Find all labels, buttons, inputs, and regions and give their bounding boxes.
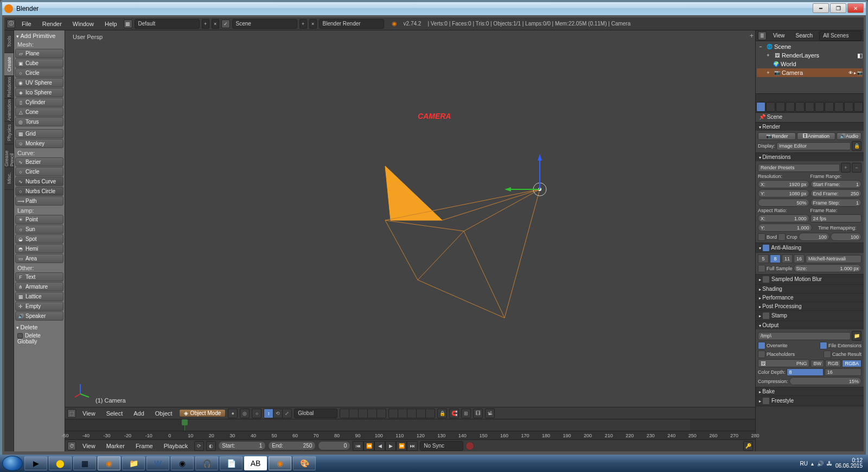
vtab-animation[interactable]: Animation bbox=[4, 99, 14, 122]
aspect-y[interactable]: Y:1.000 bbox=[758, 224, 812, 232]
end-frame[interactable]: End:250 bbox=[268, 441, 316, 450]
display-dropdown[interactable]: Image Editor bbox=[776, 142, 851, 150]
clock[interactable]: 0:12 06.06.2015 bbox=[835, 458, 863, 469]
taskbar-blender[interactable]: ◉ bbox=[98, 456, 120, 470]
tray-network-icon[interactable]: 🖧 bbox=[827, 461, 832, 467]
add-plane[interactable]: ▱Plane bbox=[15, 49, 63, 58]
tree-world[interactable]: 🌍World bbox=[757, 60, 863, 68]
timeline-scrub[interactable]: -50-40-30-20-100102030405060708090100110… bbox=[65, 419, 755, 439]
output-path[interactable]: /tmp\ bbox=[758, 332, 851, 340]
res-y[interactable]: Y:1080 px bbox=[758, 189, 809, 197]
taskbar-chrome[interactable]: ◉ bbox=[171, 456, 194, 470]
layout-del[interactable]: × bbox=[212, 19, 219, 29]
overwrite-check[interactable] bbox=[758, 342, 765, 349]
tl-menu-marker[interactable]: Marker bbox=[102, 442, 129, 450]
tl-menu-view[interactable]: View bbox=[78, 442, 100, 450]
add-hemi[interactable]: ◓Hemi bbox=[15, 244, 63, 253]
taskbar-paint[interactable]: 🎨 bbox=[293, 456, 316, 470]
vp-menu-select[interactable]: Select bbox=[102, 409, 127, 418]
scene-icon[interactable]: ✓ bbox=[221, 20, 230, 28]
jump-start[interactable]: ⏮ bbox=[353, 441, 363, 451]
expand-icon[interactable]: + bbox=[764, 70, 772, 75]
engine-dropdown[interactable]: Blender Render bbox=[319, 19, 384, 29]
delete-globally-check[interactable] bbox=[17, 333, 23, 339]
tab-object[interactable] bbox=[795, 102, 805, 112]
render-preview[interactable]: 🎞 bbox=[473, 409, 483, 418]
add-spot[interactable]: ◒Spot bbox=[15, 234, 63, 244]
aa-size[interactable]: Size:1.000 px bbox=[794, 264, 861, 272]
tl-toggle-a[interactable]: ⟳ bbox=[194, 441, 204, 451]
snap-type[interactable]: ⊞ bbox=[461, 409, 471, 418]
layers-b[interactable] bbox=[388, 409, 435, 418]
aspect-x[interactable]: X:1.000 bbox=[758, 214, 809, 222]
taskbar[interactable]: ▶ ⬤ ▦ ◉ 📁 W ◉ 🎧 📄 AB ◉ 🎨 RU ▴ 🔊 🖧 0:12 0… bbox=[0, 455, 868, 472]
expand-icon[interactable]: − bbox=[757, 44, 764, 49]
add-lattice[interactable]: ▦Lattice bbox=[15, 292, 63, 301]
taskbar-app5[interactable]: AB bbox=[244, 456, 267, 470]
format-dropdown[interactable]: 🖼 PNG bbox=[758, 359, 809, 367]
add-area[interactable]: ▭Area bbox=[15, 254, 63, 263]
panel-stamp[interactable]: Stamp bbox=[756, 311, 864, 321]
taskbar-app2[interactable]: ▦ bbox=[73, 456, 96, 470]
aa-8[interactable]: 8 bbox=[770, 254, 781, 263]
depth-16[interactable]: 16 bbox=[825, 368, 861, 376]
tab-render[interactable] bbox=[756, 102, 765, 112]
res-pct[interactable]: 50% bbox=[758, 199, 809, 207]
add-torus[interactable]: ◎Torus bbox=[15, 117, 63, 126]
vp-menu-object[interactable]: Object bbox=[151, 409, 177, 418]
panel-postprocessing[interactable]: Post Processing bbox=[756, 302, 864, 310]
remap-new[interactable]: 100 bbox=[831, 233, 861, 241]
add-cube[interactable]: ▣Cube bbox=[15, 59, 63, 68]
menu-help[interactable]: Help bbox=[100, 20, 122, 28]
lock-layers[interactable]: 🔒 bbox=[437, 409, 447, 418]
menu-render[interactable]: Render bbox=[38, 20, 66, 28]
orientation-dropdown[interactable]: Global bbox=[294, 409, 337, 418]
viewport-expand[interactable]: + bbox=[750, 32, 754, 40]
vtab-tools[interactable]: Tools bbox=[4, 30, 14, 53]
lang-indicator[interactable]: RU bbox=[800, 461, 807, 467]
aa-11[interactable]: 11 bbox=[782, 254, 793, 263]
close-button[interactable]: ✕ bbox=[847, 3, 864, 13]
scene-add[interactable]: + bbox=[299, 19, 307, 29]
add-icosphere[interactable]: ◈Ico Sphere bbox=[15, 88, 63, 97]
tree-scene[interactable]: −🌐Scene bbox=[757, 42, 863, 51]
add-circle[interactable]: ○Circle bbox=[15, 68, 63, 78]
taskbar-word[interactable]: W bbox=[146, 456, 169, 470]
taskbar-app4[interactable]: 📄 bbox=[220, 456, 242, 470]
add-speaker[interactable]: 🔊Speaker bbox=[15, 311, 63, 321]
add-nurbs-circle[interactable]: ○Nurbs Circle bbox=[15, 187, 63, 196]
render-presets[interactable]: Render Presets bbox=[758, 164, 840, 172]
scene-del[interactable]: × bbox=[309, 19, 317, 29]
key-insert[interactable]: 🔑 bbox=[743, 441, 753, 451]
vtab-misc[interactable]: Misc. bbox=[4, 167, 14, 190]
taskbar-app3[interactable]: 🎧 bbox=[195, 456, 218, 470]
add-empty[interactable]: ✛Empty bbox=[15, 302, 63, 311]
mode-dropdown[interactable]: ◈ Object Mode bbox=[179, 409, 226, 417]
tab-physics[interactable] bbox=[854, 102, 863, 112]
taskbar-app1[interactable]: ⬤ bbox=[49, 456, 72, 470]
tray-flag-icon[interactable]: ▴ bbox=[811, 461, 814, 467]
cache-check[interactable] bbox=[824, 350, 831, 358]
layout-icon[interactable]: ▦ bbox=[124, 20, 132, 28]
panel-shading[interactable]: Shading bbox=[756, 285, 864, 293]
taskbar-mediaplayer[interactable]: ▶ bbox=[24, 456, 47, 470]
tl-menu-playback[interactable]: Playback bbox=[159, 442, 193, 450]
add-monkey[interactable]: ☺Monkey bbox=[15, 139, 63, 148]
tl-menu-frame[interactable]: Frame bbox=[131, 442, 157, 450]
play-forward[interactable]: ▶ bbox=[385, 441, 396, 451]
panel-add-primitive[interactable]: Add Primitive bbox=[15, 31, 63, 40]
layers-a[interactable] bbox=[340, 409, 386, 418]
crop-check[interactable] bbox=[778, 233, 786, 241]
depth-8[interactable]: 8 bbox=[787, 368, 824, 376]
editor-3d-icon[interactable]: ⬚ bbox=[67, 409, 76, 418]
border-check[interactable] bbox=[758, 233, 765, 241]
placeholders-check[interactable] bbox=[758, 350, 765, 358]
panel-dimensions[interactable]: Dimensions bbox=[756, 153, 864, 161]
tab-scene[interactable] bbox=[776, 102, 785, 112]
play-reverse[interactable]: ◀ bbox=[374, 441, 385, 451]
fps-dropdown[interactable]: 24 fps bbox=[810, 214, 862, 222]
rgb-button[interactable]: RGB bbox=[825, 360, 841, 367]
add-cylinder[interactable]: ▯Cylinder bbox=[15, 98, 63, 107]
outliner-filter[interactable]: All Scenes bbox=[819, 31, 861, 41]
panel-render[interactable]: Render bbox=[756, 123, 864, 131]
